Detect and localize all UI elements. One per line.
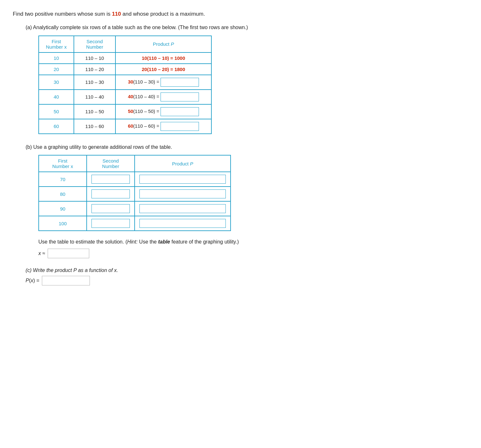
table-a-row-first: 50	[39, 104, 74, 119]
table-a-row-first: 20	[39, 64, 74, 75]
table-b-row-first: 90	[39, 201, 87, 216]
table-b-product-input-0[interactable]	[139, 175, 226, 184]
table-b-row-first: 70	[39, 172, 87, 187]
table-b-product-input-1[interactable]	[139, 189, 226, 198]
px-input[interactable]	[42, 276, 90, 285]
table-b-row-product[interactable]	[135, 201, 231, 216]
table-b-row-product[interactable]	[135, 187, 231, 201]
part-b-label: (b) Use a graphing utility to generate a…	[26, 143, 468, 151]
table-b: First Number x Second Number Product P 7…	[38, 155, 231, 231]
x-approx-row: x ≈	[38, 248, 468, 259]
px-label-text: P(x) =	[26, 278, 39, 284]
table-b-header-col3: Product P	[135, 155, 231, 172]
table-a-row-second: 110 – 30	[74, 75, 115, 90]
table-b-row-second[interactable]	[87, 201, 135, 216]
table-a-answer-input-3[interactable]	[161, 92, 199, 101]
table-a-row-product[interactable]: 40(110 – 40) =	[115, 90, 211, 104]
table-a-answer-input-5[interactable]	[161, 122, 199, 131]
table-b-header-col2: Second Number	[87, 155, 135, 172]
table-b-row-first: 100	[39, 216, 87, 231]
table-a-row-second: 110 – 60	[74, 119, 115, 134]
table-b-second-input-0[interactable]	[91, 175, 130, 184]
table-a-row-first: 60	[39, 119, 74, 134]
px-row: P(x) =	[26, 276, 468, 285]
table-a-row-product: 10(110 – 10) = 1000	[115, 52, 211, 64]
table-a-header-col3: Product P	[115, 36, 211, 52]
part-c-label: (c) Write the product P as a function of…	[26, 268, 468, 273]
table-a-header-col1: First Number x	[39, 36, 74, 52]
table-a-row-first: 10	[39, 52, 74, 64]
table-b-second-input-2[interactable]	[91, 204, 130, 213]
table-b-row-second[interactable]	[87, 216, 135, 231]
part-c-section: (c) Write the product P as a function of…	[26, 268, 468, 285]
table-a-row-product: 20(110 – 20) = 1800	[115, 64, 211, 75]
table-a-row-product[interactable]: 30(110 – 30) =	[115, 75, 211, 90]
part-b-section: (b) Use a graphing utility to generate a…	[26, 143, 468, 259]
hint-section: Use the table to estimate the solution. …	[38, 237, 468, 259]
table-a-answer-input-2[interactable]	[161, 78, 199, 87]
table-b-row-product[interactable]	[135, 216, 231, 231]
table-b-row-first: 80	[39, 187, 87, 201]
table-a-header-col2: Second Number	[74, 36, 115, 52]
hint-text: Use the table to estimate the solution. …	[38, 237, 468, 247]
table-b-product-input-3[interactable]	[139, 219, 226, 228]
table-a-row-second: 110 – 50	[74, 104, 115, 119]
x-approx-label: x ≈	[38, 248, 45, 259]
table-b-second-input-1[interactable]	[91, 189, 130, 198]
table-a-row-second: 110 – 40	[74, 90, 115, 104]
table-a: First Number x Second Number Product P 1…	[38, 36, 212, 134]
table-b-row-second[interactable]	[87, 187, 135, 201]
table-a-row-second: 110 – 20	[74, 64, 115, 75]
part-a-label: (a) Analytically complete six rows of a …	[26, 23, 468, 32]
intro-text: Find two positive numbers whose sum is 1…	[13, 10, 468, 18]
table-a-answer-input-4[interactable]	[161, 107, 199, 116]
table-b-header-col1: First Number x	[39, 155, 87, 172]
table-b-row-second[interactable]	[87, 172, 135, 187]
table-a-row-second: 110 – 10	[74, 52, 115, 64]
table-b-product-input-2[interactable]	[139, 204, 226, 213]
part-a-section: (a) Analytically complete six rows of a …	[26, 23, 468, 134]
table-a-row-product[interactable]: 50(110 – 50) =	[115, 104, 211, 119]
table-a-row-first: 40	[39, 90, 74, 104]
table-a-row-first: 30	[39, 75, 74, 90]
table-b-second-input-3[interactable]	[91, 219, 130, 228]
table-b-row-product[interactable]	[135, 172, 231, 187]
table-a-row-product[interactable]: 60(110 – 60) =	[115, 119, 211, 134]
x-approx-input[interactable]	[48, 249, 89, 258]
